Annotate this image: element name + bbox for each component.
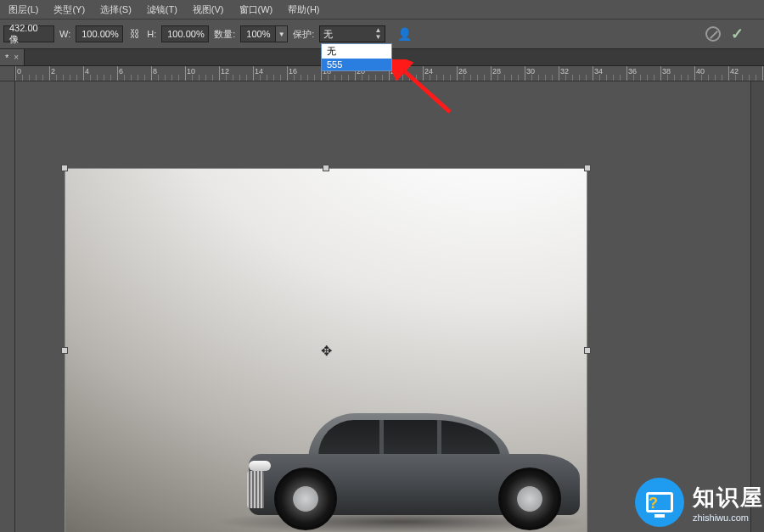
commit-cancel-group: ✓ [705,25,744,43]
protect-label: 保护: [293,28,314,41]
ruler-tick-label: 2 [51,67,55,76]
transform-center-icon[interactable]: ✥ [318,343,334,358]
options-bar: 432.00 像 W: 100.00% ⛓ H: 100.00% 数量: 100… [0,19,764,49]
protect-dropdown: 无 555 [321,43,392,71]
commit-icon[interactable]: ✓ [731,25,744,43]
amount-label: 数量: [214,28,235,41]
protect-select-value: 无 [323,28,333,41]
transform-handle-tm[interactable] [323,165,329,171]
skin-tones-icon[interactable]: 👤 [397,27,412,41]
close-icon[interactable]: × [14,53,19,62]
ruler-tick-label: 34 [594,67,603,76]
ruler-tick-label: 30 [526,67,535,76]
height-field[interactable]: 100.00% [161,25,209,42]
transform-handle-tl[interactable] [61,165,68,171]
ruler-tick-label: 4 [85,67,89,76]
width-label: W: [59,29,70,39]
ruler-tick-label: 0 [17,67,21,76]
menu-layer[interactable]: 图层(L) [2,2,45,18]
protect-option-none[interactable]: 无 [322,44,391,59]
watermark-url: zhishiwu.com [693,512,764,523]
menu-help[interactable]: 帮助(H) [281,2,326,18]
canvas-area[interactable]: 200EX ✥ [0,81,764,532]
menu-select[interactable]: 选择(S) [93,2,138,18]
ruler-tick-label: 8 [153,67,157,76]
ruler-tick-label: 12 [221,67,229,76]
ruler-origin[interactable] [0,66,15,81]
transform-bounding-box[interactable]: 200EX ✥ [65,168,587,532]
watermark-title: 知识屋 [693,483,764,512]
menu-type[interactable]: 类型(Y) [47,2,92,18]
menu-window[interactable]: 窗口(W) [233,2,280,18]
ruler-tick-label: 42 [730,67,739,76]
ruler-tick-label: 36 [628,67,637,76]
ruler-tick-label: 28 [492,67,501,76]
height-label: H: [147,29,156,39]
watermark: ? 知识屋 zhishiwu.com [635,478,764,527]
link-icon[interactable]: ⛓ [128,28,142,40]
document-tab-label: * [5,53,8,63]
menu-view[interactable]: 视图(V) [186,2,231,18]
protect-select[interactable]: 无 ▲▼ [319,25,385,42]
vertical-scrollbar[interactable] [750,81,764,532]
ruler-tick-label: 16 [289,67,297,76]
transform-handle-ml[interactable] [61,347,68,354]
ruler-tick-label: 24 [424,67,433,76]
watermark-question-icon: ? [649,495,658,512]
amount-dropdown-icon[interactable]: ▼ [276,25,288,42]
transform-handle-mr[interactable] [584,347,591,354]
cancel-icon[interactable] [705,26,721,42]
amount-field[interactable]: 100% [240,25,276,42]
menu-filter[interactable]: 滤镜(T) [140,2,184,18]
ruler-tick-label: 10 [187,67,195,76]
width-field[interactable]: 100.00% [76,25,123,42]
ruler-tick-label: 6 [119,67,123,76]
ruler-tick-label: 26 [458,67,467,76]
watermark-logo: ? [635,478,684,527]
ruler-tick-label: 38 [662,67,671,76]
size-field[interactable]: 432.00 像 [3,25,54,42]
transform-handle-tr[interactable] [584,165,591,171]
ruler-tick-label: 14 [255,67,263,76]
document-tab[interactable]: * × [0,49,25,65]
ruler-tick-label: 40 [696,67,705,76]
ruler-tick-label: 32 [560,67,569,76]
amount-field-wrap: 100% ▼ [240,25,288,42]
menu-bar: 图层(L) 类型(Y) 选择(S) 滤镜(T) 视图(V) 窗口(W) 帮助(H… [0,0,764,19]
protect-option-555[interactable]: 555 [322,59,391,70]
updown-icon: ▲▼ [374,27,381,41]
car-illustration: 200EX [249,398,580,532]
ruler-vertical[interactable] [0,81,15,532]
